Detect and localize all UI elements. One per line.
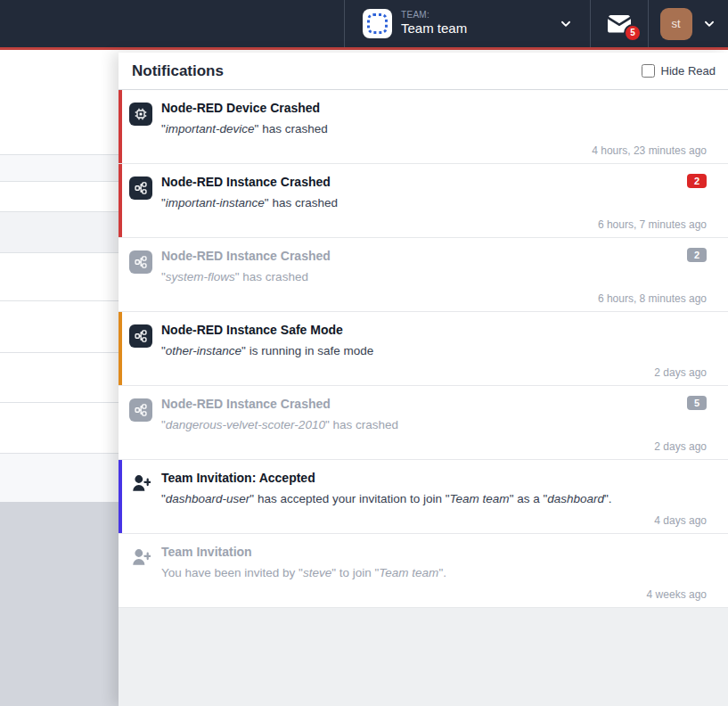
notification-count-badge: 5 — [687, 396, 707, 410]
notification-title: Node-RED Device Crashed — [161, 99, 707, 117]
notification-item[interactable]: Node-RED Instance Crashed "system-flows"… — [119, 238, 728, 312]
unread-count-badge: 5 — [624, 24, 642, 42]
background-divider — [0, 300, 119, 301]
instance-icon — [129, 250, 152, 311]
team-name: Team team — [401, 21, 549, 37]
notification-timestamp: 6 hours, 8 minutes ago — [161, 292, 707, 305]
notification-message: "important-device" has crashed — [161, 120, 707, 138]
hide-read-checkbox[interactable] — [642, 64, 655, 78]
background-row — [0, 155, 119, 181]
unread-accent-bar — [119, 460, 122, 533]
notification-item[interactable]: Node-RED Device Crashed "important-devic… — [119, 90, 728, 164]
user-add-icon — [129, 546, 152, 607]
notification-timestamp: 4 days ago — [161, 514, 707, 527]
background-page — [0, 53, 119, 706]
background-divider — [0, 252, 119, 253]
instance-icon — [129, 324, 152, 385]
notification-timestamp: 2 days ago — [161, 366, 707, 379]
notification-title: Node-RED Instance Crashed — [161, 395, 707, 413]
notifications-inbox-button[interactable]: 5 — [590, 0, 648, 47]
notification-count-badge: 2 — [687, 248, 707, 262]
unread-accent-bar — [119, 90, 122, 163]
notification-message: "system-flows" has crashed — [161, 268, 707, 286]
notification-title: Node-RED Instance Crashed — [161, 247, 707, 265]
notification-message: You have been invited by "steve" to join… — [161, 564, 707, 582]
team-selector[interactable]: TEAM: Team team — [344, 0, 590, 47]
notification-title: Node-RED Instance Crashed — [161, 173, 707, 191]
notification-title: Team Invitation: Accepted — [161, 469, 707, 487]
device-icon — [129, 103, 152, 163]
notification-title: Node-RED Instance Safe Mode — [161, 321, 707, 339]
notification-timestamp: 6 hours, 7 minutes ago — [161, 218, 707, 231]
notification-timestamp: 4 hours, 23 minutes ago — [161, 144, 707, 157]
team-avatar-icon — [363, 9, 392, 38]
notification-item[interactable]: Team Invitation: Accepted "dashboard-use… — [119, 460, 728, 534]
user-avatar: st — [660, 8, 692, 40]
unread-accent-bar — [119, 164, 122, 237]
notification-item[interactable]: Team Invitation You have been invited by… — [119, 534, 728, 608]
user-menu[interactable]: st — [648, 0, 728, 47]
background-divider — [0, 352, 119, 353]
background-footer-block — [0, 502, 119, 706]
hide-read-toggle[interactable]: Hide Read — [642, 64, 716, 78]
notification-item[interactable]: Node-RED Instance Safe Mode "other-insta… — [119, 312, 728, 386]
top-navbar: TEAM: Team team 5 st — [0, 0, 728, 50]
notification-title: Team Invitation — [161, 543, 707, 561]
page-title: Notifications — [132, 62, 224, 80]
team-label: TEAM: — [401, 10, 549, 21]
panel-empty-area — [119, 608, 728, 706]
unread-accent-bar — [119, 312, 122, 385]
notifications-panel: Notifications Hide Read Node-RED Device … — [119, 53, 728, 706]
chevron-down-icon — [701, 16, 717, 32]
notification-timestamp: 2 days ago — [161, 440, 707, 453]
background-divider — [0, 181, 119, 182]
notification-message: "dashboard-user" has accepted your invit… — [161, 490, 707, 508]
chevron-down-icon — [558, 16, 574, 32]
notification-message: "other-instance" is running in safe mode — [161, 342, 707, 360]
notification-message: "dangerous-velvet-scoter-2010" has crash… — [161, 416, 707, 434]
notifications-header: Notifications Hide Read — [119, 53, 728, 90]
instance-icon — [129, 176, 152, 237]
notification-item[interactable]: Node-RED Instance Crashed "dangerous-vel… — [119, 386, 728, 460]
notification-count-badge: 2 — [687, 174, 707, 188]
user-add-icon — [129, 472, 152, 533]
background-row — [0, 212, 119, 252]
notification-timestamp: 4 weeks ago — [161, 588, 707, 601]
notification-list: Node-RED Device Crashed "important-devic… — [119, 90, 728, 608]
notification-message: "important-instance" has crashed — [161, 194, 707, 212]
notification-item[interactable]: Node-RED Instance Crashed "important-ins… — [119, 164, 728, 238]
instance-icon — [129, 398, 152, 459]
hide-read-label: Hide Read — [661, 64, 716, 78]
background-row — [0, 454, 119, 502]
background-divider — [0, 402, 119, 403]
